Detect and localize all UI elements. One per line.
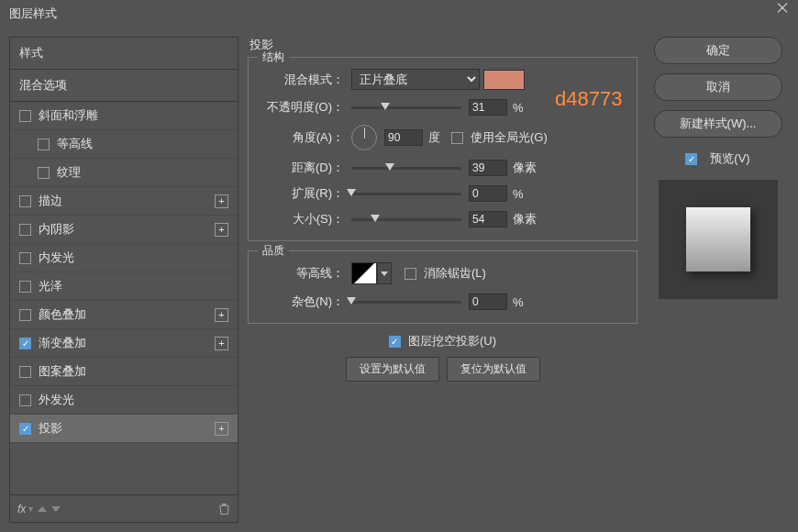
quality-fieldset: 品质 等高线： 消除锯齿(L) 杂色(N)： % — [248, 250, 637, 324]
style-label: 等高线 — [57, 136, 93, 152]
blend-options-header[interactable]: 混合选项 — [10, 70, 238, 102]
fx-label[interactable]: fx — [17, 503, 26, 515]
spread-label: 扩展(R)： — [261, 185, 344, 202]
knockout-label: 图层挖空投影(U) — [408, 333, 496, 349]
style-checkbox[interactable] — [19, 423, 31, 435]
global-light-checkbox[interactable] — [451, 132, 463, 144]
set-default-button[interactable]: 设置为默认值 — [346, 357, 439, 382]
trash-icon[interactable] — [218, 503, 230, 515]
angle-unit: 度 — [428, 129, 440, 146]
style-item[interactable]: 外发光 — [10, 386, 238, 415]
add-effect-icon[interactable]: + — [215, 223, 228, 237]
style-item[interactable]: 等高线 — [10, 130, 238, 159]
quality-legend: 品质 — [258, 243, 289, 259]
add-effect-icon[interactable]: + — [215, 194, 228, 208]
distance-slider[interactable] — [351, 167, 461, 170]
preview-swatch — [686, 207, 750, 272]
style-item[interactable]: 图案叠加 — [10, 358, 238, 386]
style-checkbox[interactable] — [19, 366, 31, 378]
style-item[interactable]: 颜色叠加+ — [10, 301, 238, 329]
noise-unit: % — [513, 295, 524, 309]
style-label: 外发光 — [39, 392, 74, 408]
add-effect-icon[interactable]: + — [215, 308, 228, 322]
distance-input[interactable] — [469, 160, 507, 176]
style-item[interactable]: 纹理 — [10, 159, 238, 187]
style-checkbox[interactable] — [38, 167, 50, 179]
distance-label: 距离(D)： — [261, 160, 344, 176]
angle-input[interactable] — [384, 129, 423, 146]
styles-footer: fx ▾ — [10, 494, 238, 522]
style-checkbox[interactable] — [38, 139, 50, 150]
opacity-slider[interactable] — [351, 106, 461, 109]
ok-button[interactable]: 确定 — [654, 37, 782, 64]
style-label: 内阴影 — [39, 221, 74, 238]
noise-label: 杂色(N)： — [261, 294, 344, 310]
window-title: 图层样式 — [9, 6, 57, 22]
angle-dial[interactable] — [351, 125, 377, 150]
cancel-button[interactable]: 取消 — [654, 73, 782, 101]
spread-slider[interactable] — [351, 193, 461, 195]
blend-mode-select[interactable]: 正片叠底 — [351, 69, 480, 90]
preview-box — [659, 180, 778, 299]
style-label: 斜面和浮雕 — [39, 107, 98, 124]
style-item[interactable]: 光泽 — [10, 272, 238, 301]
style-item[interactable]: 内发光 — [10, 244, 238, 272]
blend-mode-label: 混合模式： — [261, 72, 344, 88]
add-effect-icon[interactable]: + — [215, 337, 228, 350]
style-checkbox[interactable] — [19, 224, 31, 236]
shadow-color-swatch[interactable] — [483, 70, 525, 90]
opacity-label: 不透明度(O)： — [261, 99, 344, 116]
style-label: 渐变叠加 — [39, 335, 86, 351]
opacity-input[interactable] — [469, 99, 507, 116]
style-label: 投影 — [39, 420, 62, 437]
angle-label: 角度(A)： — [261, 129, 344, 146]
reset-default-button[interactable]: 复位为默认值 — [447, 357, 540, 382]
structure-legend: 结构 — [258, 50, 289, 65]
style-label: 光泽 — [39, 278, 62, 294]
preview-checkbox[interactable] — [685, 153, 697, 165]
size-slider[interactable] — [351, 218, 461, 221]
style-label: 纹理 — [57, 164, 81, 181]
fx-dropdown-icon[interactable]: ▾ — [28, 504, 33, 514]
contour-dropdown-icon[interactable] — [377, 262, 392, 284]
style-item[interactable]: 内阴影+ — [10, 216, 238, 244]
style-item[interactable]: 投影+ — [10, 415, 238, 443]
structure-fieldset: 结构 混合模式： 正片叠底 不透明度(O)： % 角度(A)： 度 — [248, 57, 637, 241]
close-icon[interactable] — [776, 7, 789, 20]
contour-label: 等高线： — [261, 265, 344, 282]
style-checkbox[interactable] — [19, 195, 31, 207]
style-list: 斜面和浮雕等高线纹理描边+内阴影+内发光光泽颜色叠加+渐变叠加+图案叠加外发光投… — [10, 102, 238, 494]
style-checkbox[interactable] — [19, 110, 31, 122]
new-style-button[interactable]: 新建样式(W)... — [654, 110, 782, 138]
color-annotation: d48773 — [555, 87, 622, 111]
global-light-label: 使用全局光(G) — [471, 129, 548, 146]
style-checkbox[interactable] — [19, 281, 31, 293]
style-item[interactable]: 渐变叠加+ — [10, 329, 238, 358]
move-up-icon[interactable] — [38, 506, 47, 512]
style-item[interactable]: 描边+ — [10, 187, 238, 216]
move-down-icon[interactable] — [51, 506, 61, 512]
main-content: 样式 混合选项 斜面和浮雕等高线纹理描边+内阴影+内发光光泽颜色叠加+渐变叠加+… — [0, 28, 798, 532]
style-checkbox[interactable] — [19, 309, 31, 321]
style-item[interactable]: 斜面和浮雕 — [10, 102, 238, 130]
style-checkbox[interactable] — [19, 252, 31, 264]
knockout-checkbox[interactable] — [389, 336, 401, 348]
style-checkbox[interactable] — [19, 394, 31, 406]
antialias-checkbox[interactable] — [405, 268, 416, 280]
styles-header[interactable]: 样式 — [10, 38, 238, 70]
add-effect-icon[interactable]: + — [215, 422, 228, 436]
opacity-unit: % — [513, 101, 524, 115]
size-unit: 像素 — [513, 211, 537, 227]
antialias-label: 消除锯齿(L) — [424, 265, 486, 282]
preview-label: 预览(V) — [710, 150, 749, 167]
spread-input[interactable] — [469, 185, 507, 202]
panel-title: 投影 — [248, 37, 637, 53]
size-input[interactable] — [469, 211, 507, 227]
noise-slider[interactable] — [351, 301, 461, 304]
noise-input[interactable] — [469, 294, 507, 310]
spread-unit: % — [513, 187, 524, 201]
style-checkbox[interactable] — [19, 338, 31, 349]
style-label: 图案叠加 — [39, 363, 86, 380]
styles-panel: 样式 混合选项 斜面和浮雕等高线纹理描边+内阴影+内发光光泽颜色叠加+渐变叠加+… — [9, 37, 238, 523]
contour-preview[interactable] — [351, 262, 377, 284]
